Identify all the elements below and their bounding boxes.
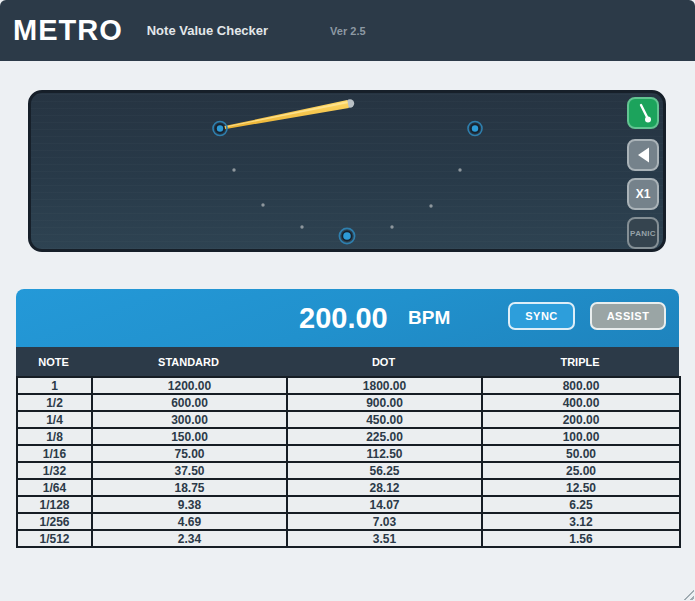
dot-cell: 28.12 — [287, 479, 482, 496]
visualizer-button-column: X1 PANIC — [627, 93, 659, 249]
standard-cell: 37.50 — [92, 462, 287, 479]
standard-cell: 1200.00 — [92, 377, 287, 394]
standard-cell: 2.34 — [92, 530, 287, 547]
note-cell: 1/64 — [17, 479, 92, 496]
pendulum-mode-button[interactable] — [627, 97, 659, 129]
standard-cell: 9.38 — [92, 496, 287, 513]
app-title: METRO — [13, 14, 123, 47]
triple-cell: 6.25 — [482, 496, 680, 513]
note-cell: 1/256 — [17, 513, 92, 530]
column-header-dot: DOT — [286, 356, 481, 368]
note-cell: 1/8 — [17, 428, 92, 445]
dot-cell: 225.00 — [287, 428, 482, 445]
app-subtitle: Note Value Checker — [147, 23, 268, 38]
dot-cell: 900.00 — [287, 394, 482, 411]
dot-cell: 14.07 — [287, 496, 482, 513]
note-cell: 1/128 — [17, 496, 92, 513]
note-cell: 1 — [17, 377, 92, 394]
bpm-value: 200.00 — [299, 289, 388, 347]
note-value-table: 11200.001800.00800.001/2600.00900.00400.… — [16, 376, 681, 548]
note-cell: 1/512 — [17, 530, 92, 547]
note-table-header: NOTE STANDARD DOT TRIPLE — [16, 347, 679, 376]
table-row: 1/4300.00450.00200.00 — [17, 411, 680, 428]
mute-button[interactable] — [627, 139, 659, 171]
column-header-standard: STANDARD — [91, 356, 286, 368]
table-row: 1/2564.697.033.12 — [17, 513, 680, 530]
triple-cell: 200.00 — [482, 411, 680, 428]
table-row: 1/1289.3814.076.25 — [17, 496, 680, 513]
sync-button[interactable]: SYNC — [508, 302, 575, 330]
triple-cell: 1.56 — [482, 530, 680, 547]
table-row: 1/8150.00225.00100.00 — [17, 428, 680, 445]
note-cell: 1/32 — [17, 462, 92, 479]
multiplier-label: X1 — [636, 187, 651, 201]
panic-button[interactable]: PANIC — [627, 217, 659, 249]
table-row: 1/2600.00900.00400.00 — [17, 394, 680, 411]
metronome-canvas — [31, 93, 663, 249]
table-row: 11200.001800.00800.00 — [17, 377, 680, 394]
triple-cell: 50.00 — [482, 445, 680, 462]
note-cell: 1/4 — [17, 411, 92, 428]
resize-handle[interactable] — [680, 586, 694, 600]
standard-cell: 75.00 — [92, 445, 287, 462]
note-cell: 1/2 — [17, 394, 92, 411]
metronome-needle — [220, 99, 354, 130]
dot-cell: 3.51 — [287, 530, 482, 547]
multiplier-button[interactable]: X1 — [627, 178, 659, 210]
dot-cell: 1800.00 — [287, 377, 482, 394]
triple-cell: 12.50 — [482, 479, 680, 496]
pivot-dot-right — [468, 122, 482, 136]
column-header-triple: TRIPLE — [481, 356, 679, 368]
table-row: 1/1675.00112.5050.00 — [17, 445, 680, 462]
bpm-unit-label: BPM — [408, 289, 450, 347]
table-row: 1/5122.343.511.56 — [17, 530, 680, 547]
standard-cell: 150.00 — [92, 428, 287, 445]
table-row: 1/6418.7528.1212.50 — [17, 479, 680, 496]
column-header-note: NOTE — [16, 356, 91, 368]
dot-cell: 112.50 — [287, 445, 482, 462]
triple-cell: 100.00 — [482, 428, 680, 445]
app-version: Ver 2.5 — [330, 25, 365, 37]
dot-cell: 450.00 — [287, 411, 482, 428]
speaker-icon — [629, 141, 657, 169]
beat-trail-dots — [232, 168, 461, 228]
beat-dot-bottom — [339, 228, 354, 243]
metronome-visualizer: X1 PANIC — [28, 90, 666, 252]
assist-button[interactable]: ASSIST — [590, 302, 666, 330]
pivot-dot-left — [213, 122, 227, 136]
pendulum-icon — [629, 99, 657, 127]
standard-cell: 600.00 — [92, 394, 287, 411]
table-row: 1/3237.5056.2525.00 — [17, 462, 680, 479]
standard-cell: 18.75 — [92, 479, 287, 496]
panic-label: PANIC — [630, 229, 656, 238]
triple-cell: 25.00 — [482, 462, 680, 479]
bpm-bar: 200.00 BPM SYNC ASSIST — [16, 289, 679, 347]
dot-cell: 7.03 — [287, 513, 482, 530]
dot-cell: 56.25 — [287, 462, 482, 479]
triple-cell: 800.00 — [482, 377, 680, 394]
note-cell: 1/16 — [17, 445, 92, 462]
app-header: METRO Note Value Checker Ver 2.5 — [0, 0, 695, 61]
triple-cell: 3.12 — [482, 513, 680, 530]
note-table-body: 11200.001800.00800.001/2600.00900.00400.… — [17, 377, 680, 547]
standard-cell: 4.69 — [92, 513, 287, 530]
standard-cell: 300.00 — [92, 411, 287, 428]
triple-cell: 400.00 — [482, 394, 680, 411]
